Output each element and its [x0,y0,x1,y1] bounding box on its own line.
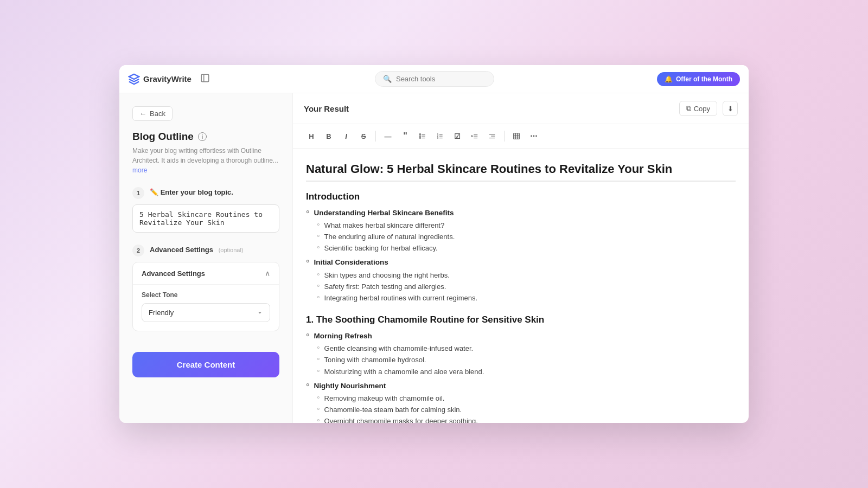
result-header: Your Result ⧉ Copy ⬇ [293,93,749,124]
step-1-text: ✏️ Enter your blog topic. [150,187,233,196]
chevron-up-icon: ∧ [265,269,270,278]
list-item: Overnight chamomile masks for deeper soo… [317,417,736,423]
main-content: ← Back Blog Outline i Make your blog wri… [119,93,749,423]
step-2-section: 2 Advanced Settings (optional) Advanced … [132,245,279,331]
list-item: Removing makeup with chamomile oil. [317,394,736,404]
outline-sub-list: Skin types and choosing the right herbs.… [317,271,736,304]
toolbar-indent-btn[interactable] [484,129,500,144]
step-1-section: 1 ✏️ Enter your blog topic. 5 Herbal Ski… [132,187,279,235]
list-item: Chamomile-tea steam bath for calming ski… [317,406,736,415]
optional-badge: (optional) [219,247,244,253]
toolbar-check-btn[interactable]: ☑ [450,129,465,144]
svg-rect-20 [514,133,520,139]
offer-badge[interactable]: 🔔 Offer of the Month [657,72,740,86]
advanced-settings-toggle[interactable]: Advanced Settings ∧ [133,262,279,284]
list-item: Safety first: Patch testing and allergie… [317,282,736,292]
step-1-number: 1 [132,187,144,199]
outline-main-text: Understanding Herbal Skincare Benefits [314,209,454,217]
list-item: Initial Considerations Skin types and ch… [306,258,736,304]
offer-icon: 🔔 [665,75,673,83]
sub-item-text: Safety first: Patch testing and allergie… [324,282,446,291]
create-content-button[interactable]: Create Content [132,352,279,377]
tool-description: Make your blog writing effortless with O… [132,146,279,175]
tone-label: Select Tone [142,291,270,299]
toolbar-strikethrough-btn[interactable]: S [356,129,371,144]
editor-toolbar: H B I S — " 123 ☑ [293,124,749,149]
copy-button[interactable]: ⧉ Copy [679,101,717,116]
introduction-heading: Introduction [306,191,736,202]
sub-item-text: Removing makeup with chamomile oil. [324,394,445,402]
outline-sub-list: Gentle cleansing with chamomile-infused … [317,344,736,377]
sub-item-text: Overnight chamomile masks for deeper soo… [324,417,478,423]
outline-main-item: Morning Refresh [306,332,736,342]
back-arrow-icon: ← [139,110,146,118]
outline-sub-list: What makes herbal skincare different? Th… [317,221,736,254]
list-item: Nightly Nourishment Removing makeup with… [306,382,736,423]
outline-main-text: Initial Considerations [314,258,388,266]
advanced-settings-title: Advanced Settings [142,269,205,278]
pencil-icon: ✏️ [150,188,161,196]
chamomile-section-title: 1. The Soothing Chamomile Routine for Se… [306,314,736,325]
back-label: Back [150,110,165,118]
right-panel: Your Result ⧉ Copy ⬇ H B I S — " [293,93,749,423]
content-area: Natural Glow: 5 Herbal Skincare Routines… [293,149,749,423]
sub-item-text: Moisturizing with a chamomile and aloe v… [324,368,484,376]
step-2-label: 2 Advanced Settings (optional) [132,245,279,256]
doc-title: Natural Glow: 5 Herbal Skincare Routines… [306,162,736,177]
search-icon: 🔍 [383,75,392,83]
step-2-number: 2 [132,245,144,256]
tool-title-text: Blog Outline [132,131,194,143]
info-icon[interactable]: i [198,132,207,141]
search-bar[interactable]: 🔍 [375,71,494,87]
sub-item-text: The enduring allure of natural ingredien… [324,233,455,241]
toolbar-quote-btn[interactable]: " [398,129,413,144]
svg-point-7 [419,138,420,139]
download-button[interactable]: ⬇ [723,101,738,116]
copy-label: Copy [694,105,710,113]
back-button[interactable]: ← Back [132,106,173,121]
blog-topic-input[interactable]: 5 Herbal Skincare Routines to Revitalize… [132,204,279,233]
toolbar-italic-btn[interactable]: I [339,129,354,144]
svg-point-5 [419,134,420,135]
list-item: Morning Refresh Gentle cleansing with ch… [306,332,736,377]
outline-main-item: Initial Considerations [306,258,736,268]
introduction-outline: Understanding Herbal Skincare Benefits W… [306,209,736,304]
logo-text: GravityWrite [143,74,192,84]
copy-icon: ⧉ [686,104,691,113]
sub-item-text: Chamomile-tea steam bath for calming ski… [324,406,462,414]
search-input[interactable] [396,75,483,83]
list-item: Skin types and choosing the right herbs. [317,271,736,281]
sub-item-text: Skin types and choosing the right herbs. [324,271,450,279]
tool-title-container: Blog Outline i [132,131,279,143]
toolbar-ol-btn[interactable]: 123 [432,129,448,144]
logo-icon [128,73,140,85]
sub-item-text: Integrating herbal routines with current… [324,294,478,302]
toolbar-table-btn[interactable] [509,129,524,144]
toolbar-heading-btn[interactable]: H [304,129,319,144]
toolbar-outdent-btn[interactable] [467,129,482,144]
toolbar-hr-btn[interactable]: — [380,129,395,144]
tone-select[interactable]: Friendly Professional Casual Formal [142,303,270,322]
outline-main-text: Nightly Nourishment [314,382,386,390]
toolbar-divider-2 [504,131,505,142]
more-link[interactable]: more [132,166,147,174]
logo: GravityWrite [128,73,192,85]
svg-text:3: 3 [437,137,439,139]
sub-item-text: Toning with chamomile hydrosol. [324,356,426,364]
svg-point-6 [419,136,420,137]
step-1-label: 1 ✏️ Enter your blog topic. [132,187,279,199]
toolbar-ul-btn[interactable] [415,129,430,144]
app-window: GravityWrite 🔍 🔔 Offer of the Month ← Ba… [119,65,749,423]
toolbar-bold-btn[interactable]: B [321,129,336,144]
toolbar-more-btn[interactable]: ··· [526,129,541,144]
sub-item-text: What makes herbal skincare different? [324,221,445,229]
result-actions: ⧉ Copy ⬇ [679,101,738,116]
doc-divider [306,181,736,182]
header: GravityWrite 🔍 🔔 Offer of the Month [119,65,749,93]
outline-main-item: Understanding Herbal Skincare Benefits [306,209,736,219]
left-panel: ← Back Blog Outline i Make your blog wri… [119,93,293,423]
sub-item-text: Scientific backing for herbal efficacy. [324,244,438,252]
sidebar-toggle-icon[interactable] [198,71,212,87]
list-item: Scientific backing for herbal efficacy. [317,244,736,254]
svg-rect-0 [201,74,209,82]
